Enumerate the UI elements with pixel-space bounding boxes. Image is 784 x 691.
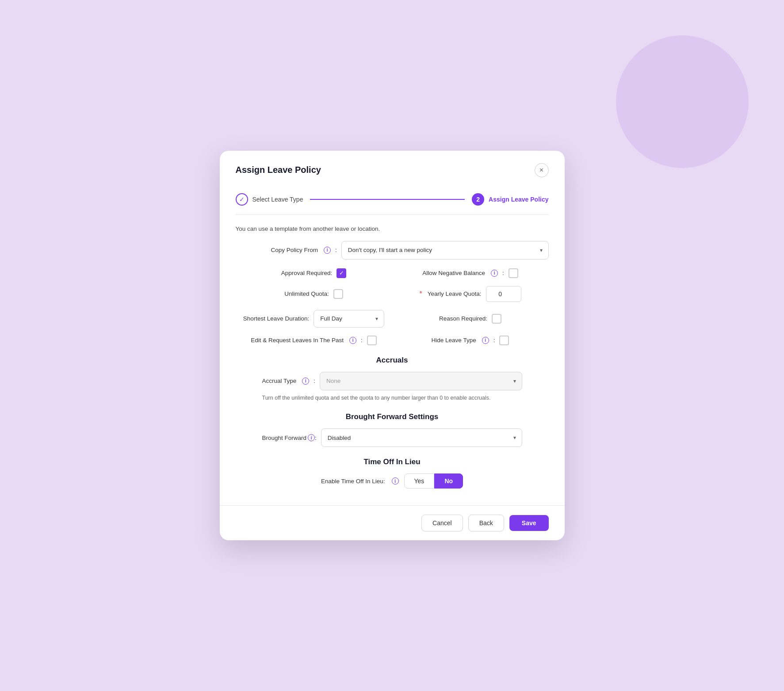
accrual-type-select[interactable]: None [320,372,522,390]
modal-backdrop: Assign Leave Policy × ✓ Select Leave Typ… [0,0,784,691]
approval-required-checkbox[interactable]: ✓ [337,268,346,278]
time-off-row: Enable Time Off In Lieu: i Yes No [236,473,549,489]
allow-negative-info-icon[interactable]: i [491,270,498,277]
save-button[interactable]: Save [509,515,549,531]
stepper-line [310,199,465,200]
copy-policy-row: Copy Policy From i : Don't copy, I'll st… [236,241,549,260]
yearly-quota-label: Yearly Leave Quota: [428,290,482,297]
step1-check-icon: ✓ [236,193,248,206]
hide-leave-info-icon[interactable]: i [482,337,489,344]
unlimited-quota-label: Unlimited Quota: [284,290,329,297]
brought-forward-row: Brought Forward i : Disabled Enabled ▾ [236,428,549,447]
accrual-type-field: Accrual Type i : None ▾ [262,372,522,390]
quota-row: Unlimited Quota: * Yearly Leave Quota: [236,286,549,302]
time-off-buttons: Yes No [404,473,463,489]
yearly-quota-input[interactable] [486,286,521,302]
accrual-type-label: Accrual Type [262,378,297,384]
shortest-leave-select[interactable]: Full Day Half Day Hours [314,310,384,328]
edit-request-checkbox[interactable] [367,336,377,345]
step-2: 2 Assign Leave Policy [472,193,548,206]
accrual-type-info-icon[interactable]: i [302,378,309,385]
shortest-leave-cell: Shortest Leave Duration: Full Day Half D… [236,310,392,328]
allow-negative-label: Allow Negative Balance [422,270,485,276]
edit-request-info-icon[interactable]: i [349,337,356,344]
reason-required-cell: Reason Required: [392,314,549,324]
allow-negative-cell: Allow Negative Balance i : [392,268,549,278]
approval-row: Approval Required: ✓ Allow Negative Bala… [236,268,549,278]
brought-forward-select-wrapper: Disabled Enabled ▾ [321,428,522,447]
copy-policy-info-icon[interactable]: i [324,247,331,254]
hide-leave-cell: Hide Leave Type i : [392,336,549,345]
edit-request-cell: Edit & Request Leaves In The Past i : [236,336,392,345]
time-off-no-button[interactable]: No [434,473,463,489]
shortest-leave-label: Shortest Leave Duration: [243,315,309,322]
time-off-title: Time Off In Lieu [236,458,549,466]
accrual-type-select-wrapper: None ▾ [320,372,522,390]
accrual-note: Turn off the unlimited quota and set the… [262,394,491,402]
brought-forward-colon: : [315,435,317,441]
cancel-button[interactable]: Cancel [421,515,463,531]
edit-hide-row: Edit & Request Leaves In The Past i : Hi… [236,336,549,345]
unlimited-quota-checkbox[interactable] [333,289,343,299]
edit-request-colon: : [361,337,363,344]
duration-row: Shortest Leave Duration: Full Day Half D… [236,310,549,328]
step2-label: Assign Leave Policy [489,196,548,203]
allow-negative-checkbox[interactable] [509,268,518,278]
accruals-title: Accruals [236,356,549,365]
brought-forward-title: Brought Forward Settings [236,412,549,421]
enable-time-off-info-icon[interactable]: i [392,477,399,485]
unlimited-quota-cell: Unlimited Quota: [236,289,392,299]
template-note: You can use a template from another leav… [236,225,549,232]
modal-title: Assign Leave Policy [236,165,321,175]
shortest-leave-select-wrapper: Full Day Half Day Hours ▾ [314,310,384,328]
approval-required-cell: Approval Required: ✓ [236,268,392,278]
step2-number: 2 [472,193,484,206]
accrual-type-colon: : [314,378,315,384]
hide-leave-label: Hide Leave Type [432,337,476,344]
modal-header: Assign Leave Policy × [220,151,565,186]
close-button[interactable]: × [535,163,549,177]
step-1: ✓ Select Leave Type [236,193,303,206]
copy-policy-select[interactable]: Don't copy, I'll start a new policy [341,241,549,260]
copy-policy-label: Copy Policy From [271,247,318,253]
yearly-quota-asterisk: * [419,290,422,298]
back-button[interactable]: Back [468,515,504,531]
copy-policy-select-wrapper: Don't copy, I'll start a new policy ▾ [341,241,549,260]
stepper: ✓ Select Leave Type 2 Assign Leave Polic… [220,186,565,214]
enable-time-off-label: Enable Time Off In Lieu: [321,478,385,485]
hide-leave-checkbox[interactable] [499,336,509,345]
modal-container: Assign Leave Policy × ✓ Select Leave Typ… [220,151,565,541]
approval-required-label: Approval Required: [281,270,333,276]
accrual-type-row: Accrual Type i : None ▾ Turn off the unl… [236,372,549,402]
step1-label: Select Leave Type [252,196,303,203]
modal-footer: Cancel Back Save [220,505,565,540]
hide-leave-colon: : [493,337,495,344]
brought-forward-label: Brought Forward [262,435,307,441]
edit-request-label: Edit & Request Leaves In The Past [251,337,344,344]
copy-policy-colon: : [335,247,337,253]
brought-forward-select[interactable]: Disabled Enabled [321,428,522,447]
reason-required-label: Reason Required: [439,315,487,322]
time-off-yes-button[interactable]: Yes [404,473,435,489]
brought-forward-info-icon[interactable]: i [308,434,315,441]
allow-negative-colon: : [502,270,504,276]
reason-required-checkbox[interactable] [492,314,501,324]
yearly-quota-cell: * Yearly Leave Quota: [392,286,549,302]
modal-body: You can use a template from another leav… [220,215,565,506]
